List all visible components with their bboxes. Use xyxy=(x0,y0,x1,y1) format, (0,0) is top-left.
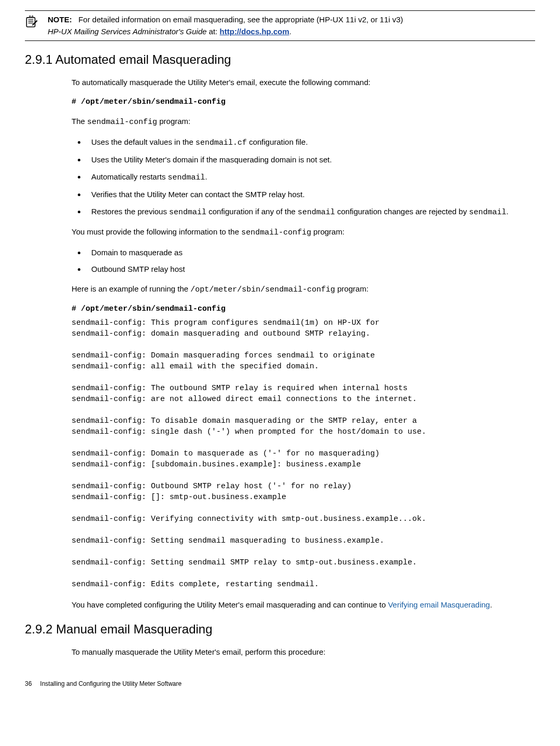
heading-2-9-1: 2.9.1 Automated email Masquerading xyxy=(25,50,535,69)
code-block: sendmail-config: This program configures… xyxy=(72,317,535,590)
list-item: Uses the Utility Meter's domain if the m… xyxy=(86,154,535,166)
footer-title: Installing and Configuring the Utility M… xyxy=(40,680,181,687)
note-link[interactable]: http://docs.hp.com xyxy=(220,27,289,36)
rule-top xyxy=(25,10,535,11)
heading-2-9-2: 2.9.2 Manual email Masquerading xyxy=(25,620,535,639)
text: program: xyxy=(311,227,344,236)
text: . xyxy=(490,600,492,609)
note-block: NOTE: For detailed information on email … xyxy=(25,14,535,37)
inline-code: sendmail xyxy=(469,208,507,217)
list-item: Verifies that the Utility Meter can cont… xyxy=(86,189,535,201)
sec1-p3: You must provide the following informati… xyxy=(72,226,535,239)
text: Restores the previous xyxy=(91,207,169,216)
text: Uses the default values in the xyxy=(91,137,195,146)
text: . xyxy=(507,207,509,216)
rule-mid xyxy=(25,40,535,41)
list-item: Uses the default values in the sendmail.… xyxy=(86,136,535,149)
text: The xyxy=(72,117,87,126)
svg-rect-0 xyxy=(26,18,35,27)
text: . xyxy=(205,172,207,181)
sec1-intro: To automatically masquerade the Utility … xyxy=(72,77,535,89)
sec2-intro: To manually masquerade the Utility Meter… xyxy=(72,646,535,658)
list-item: Domain to masquerade as xyxy=(86,247,535,259)
sec1-p5: You have completed configuring the Utili… xyxy=(72,599,535,611)
text: configuration changes are rejected by xyxy=(335,207,469,216)
text: You have completed configuring the Utili… xyxy=(72,600,388,609)
list-item: Restores the previous sendmail configura… xyxy=(86,206,535,219)
inline-code: sendmail-config xyxy=(87,118,157,127)
inline-code: sendmail.cf xyxy=(195,139,247,147)
sec1-cmd1: # /opt/meter/sbin/sendmail-config xyxy=(72,96,535,108)
sec1-p4: Here is an example of running the /opt/m… xyxy=(72,283,535,296)
text: Automatically restarts xyxy=(91,172,168,181)
bullet-list-2: Domain to masquerade as Outbound SMTP re… xyxy=(72,247,535,275)
text: configuration if any of the xyxy=(206,207,298,216)
note-text: NOTE: For detailed information on email … xyxy=(48,14,535,37)
text: program: xyxy=(335,284,368,293)
note-line2-end: . xyxy=(289,27,291,36)
inline-code: /opt/meter/sbin/sendmail-config xyxy=(190,285,335,294)
list-item: Outbound SMTP relay host xyxy=(86,264,535,275)
text: configuration file. xyxy=(247,137,308,146)
text: program: xyxy=(157,117,190,126)
text: You must provide the following informati… xyxy=(72,227,241,236)
page-footer: 36 Installing and Configuring the Utilit… xyxy=(25,679,535,688)
bullet-list-1: Uses the default values in the sendmail.… xyxy=(72,136,535,219)
note-line1: For detailed information on email masque… xyxy=(78,15,403,24)
note-pencil-icon xyxy=(25,15,38,29)
list-item: Automatically restarts sendmail. xyxy=(86,171,535,184)
sec1-cmd2: # /opt/meter/sbin/sendmail-config xyxy=(72,303,535,315)
cross-reference-link[interactable]: Verifying email Masquerading xyxy=(388,600,490,609)
inline-code: sendmail xyxy=(298,208,335,217)
note-label: NOTE: xyxy=(48,15,72,24)
inline-code: sendmail-config xyxy=(241,228,311,237)
inline-code: sendmail xyxy=(169,208,206,217)
page-number: 36 xyxy=(25,679,38,688)
inline-code: sendmail xyxy=(168,173,205,182)
sec1-p2: The sendmail-config program: xyxy=(72,116,535,129)
note-line2-mid: at: xyxy=(207,27,220,36)
text: Here is an example of running the xyxy=(72,284,190,293)
note-guide-title: HP-UX Mailing Services Administrator's G… xyxy=(48,27,207,36)
